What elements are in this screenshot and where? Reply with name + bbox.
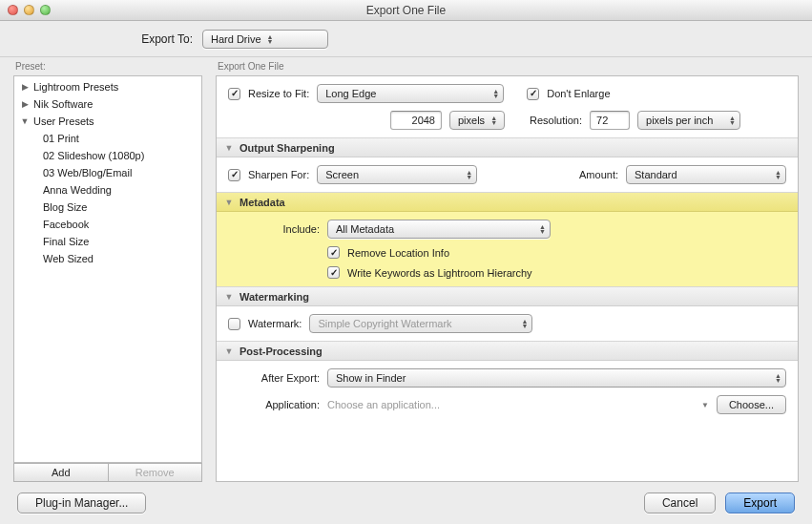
resize-checkbox[interactable] <box>228 88 240 100</box>
include-select[interactable]: All Metadata ▲▼ <box>327 220 551 239</box>
export-to-value: Hard Drive <box>211 33 261 45</box>
preset-label: Blog Size <box>43 201 87 213</box>
window-title: Export One File <box>0 4 812 17</box>
preset-item[interactable]: 03 Web/Blog/Email <box>14 164 201 181</box>
cancel-button[interactable]: Cancel <box>644 493 716 514</box>
export-dialog: Export One File Export To: Hard Drive ▲▼… <box>0 0 812 524</box>
preset-label: Nik Software <box>33 98 93 110</box>
preset-label: 01 Print <box>43 133 79 144</box>
preset-item[interactable]: 01 Print <box>14 130 201 147</box>
preset-item[interactable]: Blog Size <box>14 199 201 216</box>
preset-item[interactable]: Facebook <box>14 216 201 233</box>
preset-item[interactable]: Anna Wedding <box>14 181 201 199</box>
preset-label: 02 Slideshow (1080p) <box>43 150 144 161</box>
resolution-label: Resolution: <box>530 115 582 126</box>
choose-application-button[interactable]: Choose... <box>717 395 786 414</box>
preset-buttons: Add Remove <box>13 463 202 482</box>
preset-group[interactable]: ▶Lightroom Presets <box>14 78 201 95</box>
dont-enlarge-checkbox[interactable] <box>527 88 539 100</box>
remove-location-label: Remove Location Info <box>347 247 449 259</box>
preset-label: Final Size <box>43 236 89 247</box>
remove-location-checkbox[interactable] <box>327 246 340 259</box>
resize-value-input[interactable]: 2048 <box>390 111 442 130</box>
plugin-manager-button[interactable]: Plug-in Manager... <box>17 493 146 514</box>
sharpen-checkbox[interactable] <box>228 169 240 181</box>
export-to-select[interactable]: Hard Drive ▲▼ <box>202 30 328 49</box>
preset-label: Lightroom Presets <box>33 81 118 93</box>
section-header-sharpening[interactable]: ▼ Output Sharpening <box>217 138 798 157</box>
chevron-updown-icon: ▲▼ <box>775 373 781 383</box>
amount-label: Amount: <box>579 169 618 180</box>
preset-label: Web Sized <box>43 253 94 264</box>
zoom-window-button[interactable] <box>40 5 51 15</box>
preset-label: 03 Web/Blog/Email <box>43 167 132 178</box>
preset-header: Preset: <box>13 57 202 75</box>
export-button[interactable]: Export <box>725 493 795 514</box>
settings-column: Export One File Resize to Fit: Long Edge… <box>216 57 799 482</box>
chevron-updown-icon: ▲▼ <box>466 170 472 179</box>
chevron-updown-icon: ▲▼ <box>539 224 546 234</box>
disclosure-triangle-icon: ▶ <box>20 82 30 92</box>
write-keywords-checkbox[interactable] <box>327 266 340 279</box>
disclosure-triangle-icon: ▼ <box>224 198 234 207</box>
footer: Plug-in Manager... Cancel Export <box>0 482 812 524</box>
chevron-updown-icon: ▲▼ <box>522 319 529 328</box>
disclosure-triangle-icon: ▼ <box>224 143 234 153</box>
application-value: Choose an application... <box>327 399 694 410</box>
watermark-label: Watermark: <box>248 318 302 329</box>
resize-unit-select[interactable]: pixels ▲▼ <box>449 111 505 130</box>
resolution-input[interactable]: 72 <box>590 111 630 130</box>
after-export-select[interactable]: Show in Finder ▲▼ <box>327 368 786 388</box>
section-image-sizing: Resize to Fit: Long Edge ▲▼ Don't Enlarg… <box>217 76 798 137</box>
section-header-post[interactable]: ▼ Post-Processing <box>217 342 798 361</box>
titlebar: Export One File <box>0 0 812 21</box>
resize-mode-select[interactable]: Long Edge ▲▼ <box>317 84 504 103</box>
sharpen-label: Sharpen For: <box>248 169 309 180</box>
chevron-updown-icon: ▲▼ <box>490 115 497 125</box>
application-label: Application: <box>228 399 320 410</box>
sharpen-amount-select[interactable]: Standard ▲▼ <box>626 165 786 184</box>
section-output-sharpening: ▼ Output Sharpening Sharpen For: Screen … <box>217 137 798 192</box>
chevron-updown-icon: ▲▼ <box>775 170 781 179</box>
preset-label: User Presets <box>33 115 94 127</box>
preset-column: Preset: ▶Lightroom Presets▶Nik Software▼… <box>13 57 202 482</box>
disclosure-triangle-icon: ▶ <box>20 99 30 109</box>
section-post-processing: ▼ Post-Processing After Export: Show in … <box>217 341 798 422</box>
sharpen-target-select[interactable]: Screen ▲▼ <box>317 165 477 184</box>
caret-down-icon: ▼ <box>701 401 709 409</box>
add-preset-button[interactable]: Add <box>13 463 109 482</box>
dont-enlarge-label: Don't Enlarge <box>547 88 610 99</box>
export-to-label: Export To: <box>15 32 202 46</box>
preset-label: Facebook <box>43 219 89 230</box>
minimize-window-button[interactable] <box>24 5 34 15</box>
section-header-metadata[interactable]: ▼ Metadata <box>217 193 798 212</box>
disclosure-triangle-icon: ▼ <box>224 292 234 302</box>
section-watermarking: ▼ Watermarking Watermark: Simple Copyrig… <box>217 286 798 341</box>
chevron-updown-icon: ▲▼ <box>267 34 274 44</box>
remove-preset-button: Remove <box>109 463 203 482</box>
watermark-checkbox[interactable] <box>228 318 240 330</box>
section-header-watermark[interactable]: ▼ Watermarking <box>217 287 798 306</box>
preset-item[interactable]: 02 Slideshow (1080p) <box>14 147 201 164</box>
close-window-button[interactable] <box>8 5 18 15</box>
disclosure-triangle-icon: ▼ <box>224 346 234 356</box>
include-label: Include: <box>228 223 320 235</box>
disclosure-triangle-icon: ▼ <box>20 116 30 126</box>
preset-item[interactable]: Web Sized <box>14 250 201 267</box>
main-columns: Preset: ▶Lightroom Presets▶Nik Software▼… <box>0 57 812 482</box>
watermark-select: Simple Copyright Watermark ▲▼ <box>309 314 532 333</box>
settings-header: Export One File <box>216 57 799 75</box>
write-keywords-label: Write Keywords as Lightroom Hierarchy <box>347 267 532 279</box>
section-metadata: ▼ Metadata Include: All Metadata ▲▼ <box>217 192 798 286</box>
resolution-unit-select[interactable]: pixels per inch ▲▼ <box>637 111 740 130</box>
preset-item[interactable]: Final Size <box>14 233 201 250</box>
settings-panel: Resize to Fit: Long Edge ▲▼ Don't Enlarg… <box>216 75 799 482</box>
export-to-row: Export To: Hard Drive ▲▼ <box>0 21 812 57</box>
window-controls <box>8 5 51 15</box>
resize-label: Resize to Fit: <box>248 88 309 99</box>
chevron-updown-icon: ▲▼ <box>492 89 499 98</box>
chevron-updown-icon: ▲▼ <box>729 115 736 125</box>
preset-list[interactable]: ▶Lightroom Presets▶Nik Software▼User Pre… <box>13 75 202 463</box>
preset-group[interactable]: ▼User Presets <box>14 113 201 130</box>
preset-group[interactable]: ▶Nik Software <box>14 95 201 113</box>
